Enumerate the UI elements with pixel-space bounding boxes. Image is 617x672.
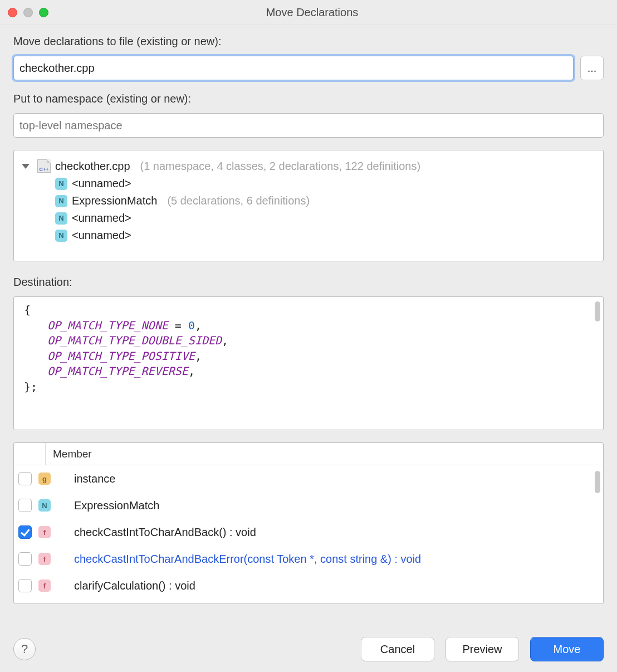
namespace-icon: N	[55, 195, 67, 207]
member-label: checkCastIntToCharAndBack() : void	[74, 526, 256, 539]
destination-code: { OP_MATCH_TYPE_NONE = 0,OP_MATCH_TYPE_D…	[14, 297, 603, 401]
namespace-tree[interactable]: C++ checkother.cpp (1 namespace, 4 class…	[13, 150, 604, 261]
member-checkbox[interactable]	[18, 472, 32, 485]
member-label: clarifyCalculation() : void	[74, 580, 195, 592]
scrollbar-thumb[interactable]	[595, 301, 600, 322]
member-checkbox[interactable]	[18, 552, 32, 566]
tree-item-label: <unnamed>	[72, 177, 131, 190]
tree-item-summary: (5 declarations, 6 definitions)	[167, 194, 310, 207]
titlebar: Move Declarations	[0, 0, 617, 25]
member-checkbox[interactable]	[18, 579, 32, 592]
scrollbar-thumb[interactable]	[595, 471, 600, 493]
member-row[interactable]: ginstance	[14, 465, 603, 492]
cancel-button[interactable]: Cancel	[361, 637, 434, 661]
code-line: OP_MATCH_TYPE_POSITIVE,	[24, 349, 593, 364]
tree-item[interactable]: N<unnamed>	[21, 175, 596, 192]
destination-preview[interactable]: { OP_MATCH_TYPE_NONE = 0,OP_MATCH_TYPE_D…	[13, 296, 604, 430]
move-button[interactable]: Move	[530, 637, 604, 661]
code-brace-open: {	[24, 303, 593, 318]
preview-button[interactable]: Preview	[445, 637, 519, 661]
member-label: checkCastIntToCharAndBackError(const Tok…	[74, 553, 421, 566]
tree-item-label: <unnamed>	[72, 229, 131, 242]
namespace-label: Put to namespace (existing or new):	[13, 92, 604, 105]
namespace-icon: N	[55, 212, 67, 225]
member-checkbox[interactable]	[18, 525, 32, 539]
dialog-footer: ? Cancel Preview Move	[0, 626, 617, 672]
dialog-body: Move declarations to file (existing or n…	[0, 25, 617, 626]
member-row[interactable]: NExpressionMatch	[14, 492, 603, 519]
member-kind-icon: N	[38, 499, 51, 512]
member-header: Member	[14, 443, 603, 465]
namespace-input[interactable]	[13, 113, 604, 138]
file-label: Move declarations to file (existing or n…	[13, 35, 604, 48]
tree-item-label: ExpressionMatch	[72, 194, 157, 207]
chevron-down-icon[interactable]	[22, 164, 30, 169]
member-table: Member ginstanceNExpressionMatchfcheckCa…	[13, 442, 604, 604]
destination-label: Destination:	[13, 276, 604, 289]
member-row[interactable]: fclarifyCalculation() : void	[14, 572, 603, 599]
tree-root-label: checkother.cpp	[55, 160, 130, 173]
member-kind-icon: f	[38, 553, 51, 565]
tree-root-summary: (1 namespace, 4 classes, 2 declarations,…	[140, 160, 421, 173]
tree-item[interactable]: NExpressionMatch(5 declarations, 6 defin…	[21, 192, 596, 210]
code-line: OP_MATCH_TYPE_NONE = 0,	[24, 318, 593, 334]
member-label: instance	[74, 473, 116, 485]
code-line: OP_MATCH_TYPE_DOUBLE_SIDED,	[24, 333, 593, 349]
tree-item-label: <unnamed>	[72, 212, 131, 225]
member-row[interactable]: fcheckCastIntToCharAndBackError(const To…	[14, 546, 603, 572]
window-title: Move Declarations	[15, 6, 609, 19]
member-kind-icon: f	[38, 526, 51, 538]
member-checkbox[interactable]	[18, 499, 32, 512]
cpp-file-icon: C++	[37, 159, 51, 173]
namespace-icon: N	[55, 230, 67, 242]
file-row: ...	[13, 56, 604, 80]
member-kind-icon: f	[38, 580, 51, 592]
member-label: ExpressionMatch	[74, 499, 159, 512]
tree-item[interactable]: N<unnamed>	[21, 210, 596, 227]
move-declarations-dialog: Move Declarations Move declarations to f…	[0, 0, 617, 672]
help-button[interactable]: ?	[13, 638, 36, 660]
member-column-header: Member	[53, 448, 92, 460]
tree-root[interactable]: C++ checkother.cpp (1 namespace, 4 class…	[21, 157, 596, 175]
member-kind-icon: g	[38, 473, 51, 485]
browse-button[interactable]: ...	[580, 56, 604, 80]
tree-item[interactable]: N<unnamed>	[21, 227, 596, 244]
member-row[interactable]: fcheckCastIntToCharAndBack() : void	[14, 519, 603, 546]
namespace-icon: N	[55, 178, 67, 190]
code-brace-close: };	[24, 379, 593, 395]
file-input[interactable]	[13, 56, 574, 80]
code-line: OP_MATCH_TYPE_REVERSE,	[24, 364, 593, 379]
